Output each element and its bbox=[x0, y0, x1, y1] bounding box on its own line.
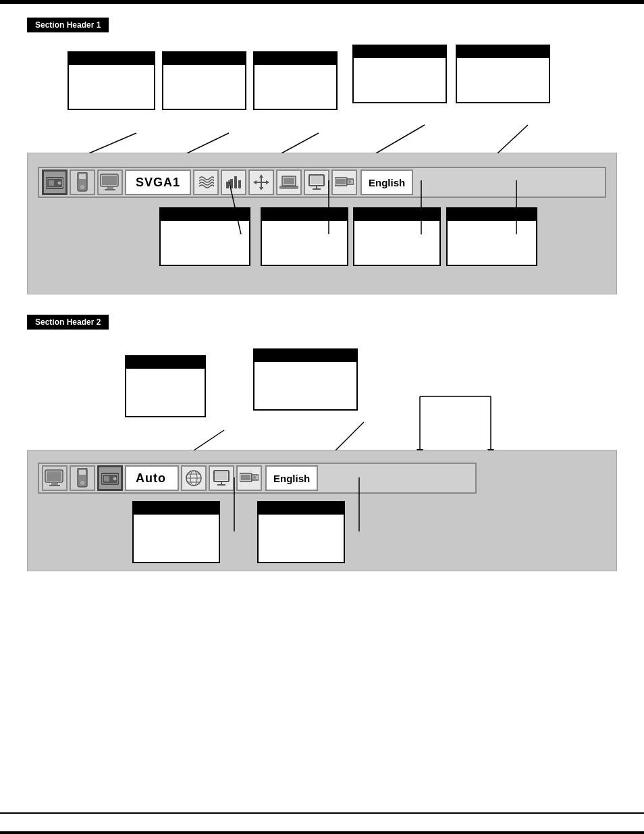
tooltip-b3 bbox=[353, 207, 441, 266]
tooltip-s2-2 bbox=[253, 348, 358, 411]
tooltip-4 bbox=[352, 45, 447, 103]
panel-area-1: SVGA1 bbox=[27, 153, 617, 294]
svg-line-35 bbox=[376, 125, 425, 153]
svg-rect-46 bbox=[79, 470, 86, 475]
svg-rect-42 bbox=[47, 471, 61, 481]
svg-rect-12 bbox=[230, 179, 233, 188]
svg-point-47 bbox=[80, 481, 84, 485]
svg-rect-58 bbox=[215, 472, 227, 480]
svg-rect-10 bbox=[105, 189, 115, 190]
s2-toolbar-signal-label: Auto bbox=[125, 465, 179, 491]
svg-rect-8 bbox=[102, 176, 117, 185]
svg-rect-44 bbox=[49, 485, 60, 486]
svg-line-33 bbox=[187, 133, 229, 153]
s2-toolbar-icon-globe[interactable] bbox=[181, 465, 207, 491]
bottom-border bbox=[0, 831, 644, 834]
tooltip-5 bbox=[456, 45, 550, 103]
svg-line-65 bbox=[194, 430, 224, 450]
section1: Section Header 1 bbox=[27, 18, 617, 274]
svg-marker-70 bbox=[487, 449, 494, 450]
svg-marker-19 bbox=[253, 180, 257, 184]
svg-rect-2 bbox=[49, 180, 54, 186]
panel-area-2: Auto bbox=[27, 450, 617, 571]
s2-toolbar-icon-projector[interactable] bbox=[97, 465, 123, 491]
toolbar-signal-label: SVGA1 bbox=[125, 170, 191, 195]
toolbar-icon-laptop[interactable] bbox=[276, 170, 302, 195]
s2-toolbar-icon-remote[interactable] bbox=[70, 465, 95, 491]
svg-rect-50 bbox=[104, 476, 109, 481]
tooltip-b1 bbox=[159, 207, 250, 266]
svg-point-6 bbox=[80, 185, 84, 189]
svg-point-31 bbox=[348, 180, 351, 183]
tooltip-s2-1 bbox=[125, 355, 206, 417]
tooltip-3 bbox=[253, 51, 338, 110]
svg-rect-23 bbox=[279, 186, 298, 188]
tooltip-s2-b1 bbox=[132, 501, 220, 563]
section1-header: Section Header 1 bbox=[27, 18, 109, 32]
svg-marker-20 bbox=[266, 180, 269, 184]
tooltip-b2 bbox=[261, 207, 348, 266]
section2: Section Header 2 bbox=[27, 315, 617, 551]
svg-rect-9 bbox=[107, 187, 113, 189]
svg-rect-25 bbox=[311, 176, 323, 184]
tooltip-1 bbox=[68, 51, 155, 110]
svg-marker-18 bbox=[259, 187, 263, 190]
separator-line bbox=[0, 812, 644, 814]
svg-point-64 bbox=[253, 476, 256, 479]
section2-header: Section Header 2 bbox=[27, 315, 109, 330]
svg-line-32 bbox=[89, 133, 136, 153]
svg-marker-17 bbox=[259, 174, 263, 178]
svg-rect-5 bbox=[79, 174, 86, 179]
svg-rect-13 bbox=[234, 176, 237, 188]
toolbar-1: SVGA1 bbox=[38, 167, 606, 198]
svg-rect-62 bbox=[241, 475, 250, 480]
tooltip-s2-b2 bbox=[257, 501, 345, 563]
tooltip-2 bbox=[162, 51, 246, 110]
toolbar-icon-texture[interactable] bbox=[193, 170, 219, 195]
svg-rect-14 bbox=[238, 180, 241, 188]
s2-toolbar-icon-screen[interactable] bbox=[209, 465, 234, 491]
svg-rect-22 bbox=[284, 178, 294, 184]
svg-point-3 bbox=[57, 181, 61, 185]
svg-rect-43 bbox=[51, 483, 58, 485]
svg-line-34 bbox=[281, 133, 319, 153]
svg-rect-29 bbox=[336, 179, 346, 184]
svg-point-51 bbox=[113, 477, 117, 481]
toolbar-2: Auto bbox=[38, 463, 477, 494]
svg-line-36 bbox=[498, 125, 528, 153]
toolbar-icon-remote[interactable] bbox=[70, 170, 95, 195]
svg-rect-11 bbox=[226, 182, 229, 188]
toolbar-icon-projector[interactable] bbox=[42, 170, 68, 195]
tooltip-b4 bbox=[446, 207, 537, 266]
svg-marker-68 bbox=[417, 449, 423, 450]
s2-toolbar-icon-projector-screen[interactable] bbox=[236, 465, 262, 491]
toolbar-lang-label-1[interactable]: English bbox=[360, 170, 413, 195]
toolbar-icon-computer[interactable] bbox=[97, 170, 123, 195]
toolbar-icon-screen[interactable] bbox=[304, 170, 329, 195]
toolbar-icon-barchart[interactable] bbox=[221, 170, 246, 195]
s2-toolbar-lang-label[interactable]: English bbox=[265, 465, 318, 491]
svg-line-66 bbox=[336, 422, 364, 450]
toolbar-icon-projector-screen[interactable] bbox=[331, 170, 357, 195]
s2-toolbar-icon-computer[interactable] bbox=[42, 465, 68, 491]
toolbar-icon-crosshair[interactable] bbox=[248, 170, 274, 195]
